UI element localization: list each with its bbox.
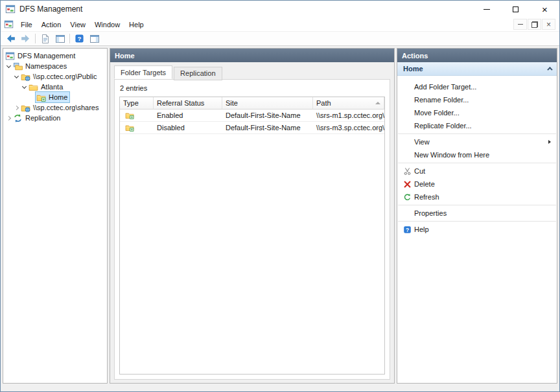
action-new-window-from-here[interactable]: New Window from Here — [397, 148, 557, 161]
show-console-tree-button[interactable] — [52, 32, 67, 45]
mdi-minimize-button[interactable] — [513, 19, 527, 30]
expander-icon[interactable] — [20, 82, 28, 92]
collapse-group-icon[interactable] — [547, 67, 552, 72]
folder-targets-tab-page: 2 entries Type Referral Status Site Path… — [114, 79, 390, 380]
tree-item-atlanta[interactable]: Atlanta — [3, 82, 107, 92]
actions-group-home[interactable]: Home — [397, 62, 557, 76]
action-replicate-folder[interactable]: Replicate Folder... — [397, 119, 557, 132]
tab-replication[interactable]: Replication — [174, 67, 222, 80]
expander-icon[interactable] — [12, 102, 20, 113]
action-cut[interactable]: Cut — [397, 165, 557, 178]
separator — [398, 205, 556, 205]
cell-site: Default-First-Site-Name — [222, 111, 313, 119]
action-refresh[interactable]: Refresh — [397, 190, 557, 203]
icon-spacer — [401, 137, 414, 147]
menu-bar: File Action View Window Help × — [1, 17, 559, 31]
mdi-restore-button[interactable] — [528, 19, 541, 30]
table-row[interactable]: Enabled Default-First-Site-Name \\srs-m1… — [120, 110, 384, 122]
tree-item-namespace-shares[interactable]: \\sp.cctec.org\shares — [3, 102, 107, 113]
entries-count: 2 entries — [119, 83, 385, 97]
tree-item-namespace-public[interactable]: \\sp.cctec.org\Public — [3, 71, 107, 82]
action-rename-folder[interactable]: Rename Folder... — [397, 93, 557, 106]
menu-help[interactable]: Help — [124, 19, 148, 30]
table-row[interactable]: Disabled Default-First-Site-Name \\srs-m… — [120, 122, 384, 134]
tree-item-home[interactable]: Home — [3, 92, 107, 102]
tree-item-replication[interactable]: Replication — [3, 113, 107, 123]
window-title: DFS Management — [19, 5, 472, 14]
forward-button[interactable] — [18, 32, 33, 45]
tree-item-namespaces[interactable]: Namespaces — [3, 61, 107, 71]
tree-item-label: Home — [49, 93, 67, 101]
action-delete[interactable]: Delete — [397, 178, 557, 190]
tree-item-label: Replication — [25, 114, 60, 122]
title-bar: DFS Management × — [1, 1, 559, 17]
console-tree-toggle-icon — [55, 34, 65, 44]
action-move-folder[interactable]: Move Folder... — [397, 106, 557, 119]
namespace-icon — [21, 72, 30, 82]
mdi-close-button[interactable]: × — [542, 19, 555, 30]
cell-site: Default-First-Site-Name — [222, 124, 313, 132]
forward-arrow-icon — [20, 33, 31, 44]
column-header-site[interactable]: Site — [222, 97, 313, 109]
console-tree: DFS Management Namespaces \\sp.cctec.org… — [3, 48, 108, 384]
namespace-icon — [21, 103, 30, 113]
help-icon — [403, 225, 412, 234]
cell-referral-status: Enabled — [154, 111, 222, 119]
export-list-icon — [40, 34, 51, 44]
action-add-folder-target[interactable]: Add Folder Target... — [397, 80, 557, 93]
actions-group-title: Home — [403, 65, 423, 73]
help-toolbar-button[interactable] — [72, 32, 87, 45]
mdi-minimize-icon — [518, 24, 523, 25]
cell-path: \\srs-m1.sp.cctec.org\Sh... — [313, 111, 384, 119]
icon-spacer — [401, 121, 414, 131]
separator — [398, 133, 556, 134]
results-pane: Home Folder Targets Replication 2 entrie… — [110, 48, 395, 384]
dfs-management-window: DFS Management × File Action View Window… — [0, 0, 560, 392]
toolbar-separator — [69, 34, 70, 43]
minimize-button[interactable] — [472, 1, 501, 17]
icon-spacer — [401, 208, 414, 218]
menu-action[interactable]: Action — [37, 19, 66, 30]
expander-spacer — [28, 92, 36, 102]
tree-item-label: \\sp.cctec.org\Public — [33, 73, 97, 80]
namespaces-icon — [13, 62, 23, 71]
menu-window[interactable]: Window — [90, 19, 124, 30]
folder-targets-list[interactable]: Type Referral Status Site Path Enabled D… — [119, 97, 385, 375]
expander-icon[interactable] — [5, 113, 12, 123]
scissors-icon — [403, 167, 412, 176]
back-button[interactable] — [3, 32, 18, 45]
export-list-button[interactable] — [38, 32, 52, 45]
cell-type — [120, 123, 154, 132]
expander-icon[interactable] — [5, 61, 12, 71]
tab-folder-targets[interactable]: Folder Targets — [114, 65, 172, 79]
expander-icon[interactable] — [12, 71, 20, 82]
cell-path: \\srs-m3.sp.cctec.org\sha... — [313, 124, 384, 132]
folder-icon — [29, 82, 38, 92]
tree-item-dfs-management[interactable]: DFS Management — [3, 51, 107, 61]
maximize-button[interactable] — [501, 1, 530, 17]
tree-item-label: \\sp.cctec.org\shares — [33, 104, 99, 111]
show-action-pane-button[interactable] — [87, 32, 102, 45]
actions-pane: Actions Home Add Folder Target... Rename… — [397, 48, 557, 384]
app-icon — [5, 4, 16, 14]
column-header-path[interactable]: Path — [313, 97, 384, 109]
action-items: Add Folder Target... Rename Folder... Mo… — [397, 76, 557, 236]
tree-item-label: DFS Management — [18, 52, 75, 60]
submenu-arrow-icon — [548, 140, 551, 144]
menu-file[interactable]: File — [16, 19, 37, 30]
minimize-icon — [484, 9, 490, 10]
column-header-referral-status[interactable]: Referral Status — [154, 97, 222, 109]
mdi-restore-icon — [531, 21, 538, 28]
column-header-type[interactable]: Type — [120, 97, 154, 109]
menu-view[interactable]: View — [65, 19, 90, 30]
console-content: DFS Management Namespaces \\sp.cctec.org… — [1, 46, 559, 391]
action-view[interactable]: View — [397, 135, 557, 148]
close-button[interactable]: × — [530, 1, 559, 17]
toolbar — [1, 31, 559, 46]
action-help[interactable]: Help — [397, 223, 557, 236]
console-window-icon — [4, 19, 14, 29]
back-arrow-icon — [5, 33, 16, 44]
tree-item-label: Namespaces — [25, 62, 67, 70]
action-properties[interactable]: Properties — [397, 207, 557, 220]
cell-type — [120, 111, 154, 120]
